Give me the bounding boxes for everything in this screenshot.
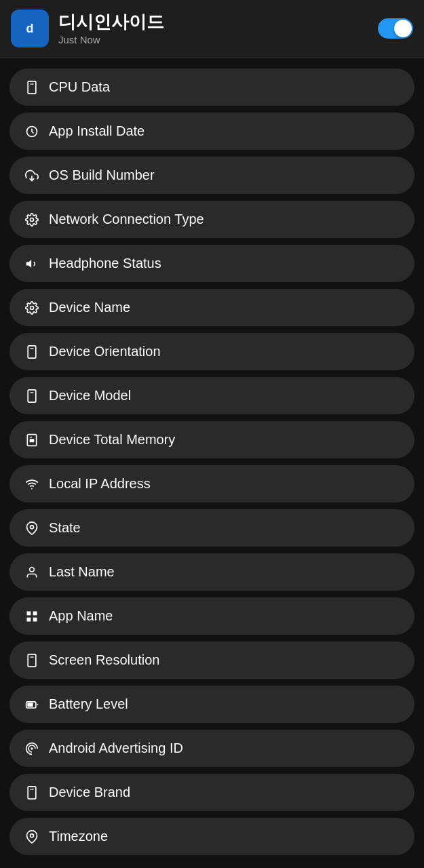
list-item-app-name[interactable]: App Name: [9, 597, 415, 635]
list-item-device-name[interactable]: Device Name: [9, 289, 415, 326]
wifi-icon: [24, 477, 39, 492]
grid-icon: [24, 609, 39, 624]
svg-rect-10: [28, 389, 36, 401]
list-item-label-headphone-status: Headphone Status: [49, 256, 161, 271]
svg-point-7: [31, 306, 34, 309]
list-item-label-last-name: Last Name: [49, 564, 115, 580]
svg-point-5: [31, 218, 34, 221]
svg-point-31: [31, 833, 34, 837]
svg-rect-23: [28, 654, 36, 666]
svg-point-18: [30, 567, 35, 572]
list-item-cpu-data[interactable]: CPU Data: [9, 68, 415, 106]
phone-icon: [24, 80, 39, 95]
app-icon: d: [11, 9, 49, 47]
list-item-label-device-orientation: Device Orientation: [49, 344, 161, 359]
svg-rect-22: [27, 617, 31, 621]
fingerprint-icon: [24, 741, 39, 756]
list-item-os-build-number[interactable]: OS Build Number: [9, 157, 415, 194]
gear-icon: [24, 300, 39, 315]
list-item-state[interactable]: State: [9, 509, 415, 547]
list-item-app-install-date[interactable]: App Install Date: [9, 113, 415, 150]
list-item-label-app-install-date: App Install Date: [49, 123, 144, 139]
list-item-last-name[interactable]: Last Name: [9, 553, 415, 591]
list-item-label-app-name: App Name: [49, 608, 113, 624]
list-item-label-device-name: Device Name: [49, 300, 130, 315]
toggle-knob: [394, 20, 412, 37]
items-list: CPU DataApp Install DateOS Build NumberN…: [0, 58, 424, 866]
app-subtitle: Just Now: [58, 34, 378, 45]
list-item-local-ip-address[interactable]: Local IP Address: [9, 465, 415, 502]
app-header: d 디시인사이드 Just Now: [0, 0, 424, 58]
phone-icon: [24, 785, 39, 800]
svg-rect-29: [28, 786, 36, 798]
list-item-timezone[interactable]: Timezone: [9, 818, 415, 855]
list-item-network-connection-type[interactable]: Network Connection Type: [9, 201, 415, 238]
list-item-device-orientation[interactable]: Device Orientation: [9, 333, 415, 370]
list-item-screen-resolution[interactable]: Screen Resolution: [9, 642, 415, 679]
list-item-device-total-memory[interactable]: Device Total Memory: [9, 421, 415, 458]
sim-icon: [24, 433, 39, 448]
notification-toggle[interactable]: [378, 18, 413, 39]
svg-rect-27: [27, 703, 33, 707]
phone-icon: [24, 344, 39, 359]
download-icon: [24, 168, 39, 183]
svg-text:d: d: [26, 22, 34, 35]
svg-marker-6: [26, 260, 32, 268]
header-text: 디시인사이드 Just Now: [58, 12, 378, 45]
list-item-label-device-total-memory: Device Total Memory: [49, 432, 175, 448]
location-icon: [24, 521, 39, 536]
list-item-device-brand[interactable]: Device Brand: [9, 774, 415, 811]
phone-icon: [24, 653, 39, 668]
clock-icon: [24, 124, 39, 139]
svg-rect-1: [28, 81, 36, 93]
list-item-device-model[interactable]: Device Model: [9, 377, 415, 414]
list-item-label-os-build-number: OS Build Number: [49, 167, 155, 183]
battery-icon: [24, 697, 39, 712]
svg-rect-13: [30, 439, 35, 442]
list-item-label-cpu-data: CPU Data: [49, 79, 110, 95]
list-item-android-advertising-id[interactable]: Android Advertising ID: [9, 730, 415, 767]
list-item-headphone-status[interactable]: Headphone Status: [9, 245, 415, 282]
person-icon: [24, 565, 39, 580]
app-title: 디시인사이드: [58, 12, 378, 33]
speaker-icon: [24, 256, 39, 271]
gear-icon: [24, 212, 39, 227]
svg-rect-20: [33, 611, 37, 615]
svg-rect-8: [28, 345, 36, 357]
svg-point-17: [31, 525, 34, 528]
location-icon: [24, 829, 39, 844]
list-item-label-device-model: Device Model: [49, 388, 131, 403]
list-item-battery-level[interactable]: Battery Level: [9, 686, 415, 723]
svg-rect-21: [33, 617, 37, 621]
list-item-label-device-brand: Device Brand: [49, 785, 130, 800]
list-item-label-local-ip-address: Local IP Address: [49, 476, 151, 492]
list-item-label-state: State: [49, 520, 81, 536]
svg-point-28: [31, 747, 33, 749]
list-item-label-network-connection-type: Network Connection Type: [49, 212, 204, 227]
svg-point-16: [31, 488, 33, 489]
list-item-label-screen-resolution: Screen Resolution: [49, 652, 159, 668]
svg-rect-19: [27, 611, 31, 615]
list-item-label-android-advertising-id: Android Advertising ID: [49, 741, 183, 756]
phone-icon: [24, 389, 39, 403]
list-item-label-battery-level: Battery Level: [49, 696, 128, 712]
list-item-label-timezone: Timezone: [49, 829, 108, 844]
